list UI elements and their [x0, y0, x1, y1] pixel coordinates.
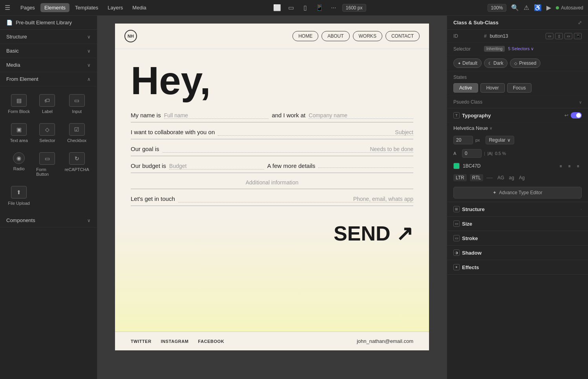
stroke-header[interactable]: ▭ Stroke [447, 231, 588, 245]
element-recaptcha[interactable]: ↻ reCAPTCHA [63, 149, 91, 180]
nav-media[interactable]: Media [128, 3, 150, 12]
id-icon-rect[interactable]: ▭ [546, 33, 553, 39]
selector-label: Selector [39, 138, 55, 143]
structure-section: ⊞ Structure · [447, 202, 588, 217]
case-capitalize[interactable]: Ag [517, 174, 526, 181]
structure-header[interactable]: ⊞ Structure · [447, 202, 588, 216]
section-from-element[interactable]: From Element ∧ [0, 72, 97, 86]
section-media[interactable]: Media ∨ [0, 58, 97, 72]
font-family-value: Helvetica Neue [453, 125, 488, 131]
typography-icon: T [453, 112, 460, 118]
pill-dark[interactable]: ☾ Dark [484, 58, 508, 68]
align-center-icon[interactable]: ≡ [566, 162, 573, 169]
nav-works[interactable]: WORKS [353, 31, 382, 41]
section-structure[interactable]: Structure ∨ [0, 30, 97, 44]
effects-header[interactable]: ✦ Effects [447, 260, 588, 274]
element-label[interactable]: 🏷 Label [35, 91, 60, 117]
form-label-6: Let's get in touch [131, 195, 175, 202]
element-input[interactable]: ▭ Input [63, 91, 91, 117]
canvas-nav: NH HOME ABOUT WORKS CONTACT [115, 24, 429, 49]
components-label: Components [6, 217, 35, 223]
shadow-header[interactable]: ◑ Shadow [447, 246, 588, 260]
letter-spacing-input[interactable] [462, 149, 482, 158]
menu-icon[interactable]: ☰ [5, 4, 10, 11]
right-panel: Class & Sub-Class ⤢ ID # button13 ▭ ▯ ▭ … [447, 16, 588, 379]
nav-elements[interactable]: Elements [40, 3, 69, 12]
rtl-label[interactable]: RTL [470, 174, 483, 181]
label-icon: 🏷 [39, 94, 55, 107]
font-size-input[interactable] [453, 136, 473, 144]
font-family-selector[interactable]: Helvetica Neue ∨ [453, 125, 492, 131]
zoom-level[interactable]: 100% [488, 4, 507, 12]
state-active[interactable]: Active [453, 83, 478, 93]
section-components[interactable]: Components ∨ [0, 213, 97, 228]
warning-icon[interactable]: ⚠ [524, 4, 529, 11]
more-devices-icon[interactable]: ··· [328, 4, 339, 12]
element-checkbox[interactable]: ☑ Checkbox [63, 120, 91, 146]
effects-section: ✦ Effects [447, 260, 588, 275]
advance-type-editor-btn[interactable]: ✦ Advance Type Editor [453, 187, 582, 199]
text-dash: — [486, 174, 493, 181]
pill-default[interactable]: ✦ Default [453, 58, 482, 68]
inheriting-badge: Inheriting [484, 46, 505, 52]
checkbox-label: Checkbox [67, 138, 86, 143]
align-right-icon[interactable]: ≡ [575, 162, 582, 169]
desktop-icon[interactable]: ⬜ [272, 4, 283, 12]
element-selector[interactable]: ◇ Selector [35, 120, 60, 146]
state-hover[interactable]: Hover [480, 83, 505, 93]
nav-contact[interactable]: CONTACT [385, 31, 420, 41]
mobile-icon[interactable]: 📱 [314, 4, 325, 12]
shadow-section: ◑ Shadow [447, 246, 588, 260]
form-block-label: Form Block [8, 109, 30, 114]
tablet-landscape-icon[interactable]: ▭ [286, 4, 297, 12]
size-header[interactable]: ▭ Size [447, 217, 588, 231]
nav-pages[interactable]: Pages [16, 3, 39, 12]
align-left-icon[interactable]: ≡ [557, 162, 564, 169]
size-section: ▭ Size [447, 217, 588, 231]
element-textarea[interactable]: ▣ Text area [6, 120, 31, 146]
basic-chevron: ∨ [87, 48, 91, 54]
form-row-5: Additional information [131, 179, 413, 189]
id-icon-rect2[interactable]: ▯ [555, 33, 563, 39]
selectors-badge[interactable]: 5 Selectors ∨ [508, 46, 534, 51]
tablet-portrait-icon[interactable]: ▯ [300, 4, 311, 12]
pill-pressed[interactable]: ◇ Pressed [510, 58, 541, 68]
id-icon-rect3[interactable]: ▭ [564, 33, 572, 39]
shadow-icon: ◑ [453, 250, 460, 256]
nav-home[interactable]: HOME [292, 31, 318, 41]
footer-instagram[interactable]: INSTAGRAM [161, 339, 189, 344]
element-radio[interactable]: ◉ Radio [6, 149, 31, 180]
nav-layers[interactable]: Layers [104, 3, 127, 12]
canvas-width[interactable]: 1600 px [342, 4, 366, 12]
form-row-2: I want to collaborate with you on Subjec… [131, 129, 413, 139]
nav-about[interactable]: ABOUT [321, 31, 349, 41]
footer-facebook[interactable]: FACEBOOK [198, 339, 224, 344]
element-form-block[interactable]: ▤ Form Block [6, 91, 31, 117]
canvas-body: Hey, My name is Full name and I work at … [115, 49, 429, 332]
accessibility-icon[interactable]: ♿ [534, 4, 542, 11]
nav-templates[interactable]: Templates [71, 3, 102, 12]
element-file-upload[interactable]: ⬆ File Upload [6, 183, 31, 209]
typography-toggle[interactable] [571, 112, 582, 118]
font-weight-selector[interactable]: Regular ∨ [486, 136, 514, 144]
section-basic[interactable]: Basic ∨ [0, 44, 97, 58]
send-label[interactable]: SEND ↗ [334, 222, 413, 245]
canvas-area[interactable]: NH HOME ABOUT WORKS CONTACT Hey, My name… [97, 16, 447, 379]
search-icon[interactable]: 🔍 [511, 4, 519, 11]
case-uppercase[interactable]: AG [496, 174, 506, 181]
id-label: ID [453, 33, 481, 39]
pseudo-row[interactable]: Psuedo Class ∨ [447, 96, 588, 108]
color-swatch[interactable] [453, 163, 460, 169]
id-icon-phone[interactable]: 📱 [574, 33, 582, 39]
play-icon[interactable]: ▶ [546, 4, 551, 11]
undo-icon[interactable]: ↩ [564, 113, 568, 118]
radio-icon: ◉ [13, 152, 25, 164]
element-form-button[interactable]: ▭ Form Button [35, 149, 60, 180]
input-icon: ▭ [69, 94, 85, 107]
case-lowercase[interactable]: ag [508, 174, 516, 181]
panel-resize-icon[interactable]: ⤢ [578, 20, 582, 26]
ltr-label[interactable]: LTR [453, 174, 467, 181]
prebuilt-library-btn[interactable]: 📄 Pre-built Element Library [0, 16, 97, 30]
state-focus[interactable]: Focus [507, 83, 532, 93]
footer-twitter[interactable]: TWITTER [131, 339, 152, 344]
